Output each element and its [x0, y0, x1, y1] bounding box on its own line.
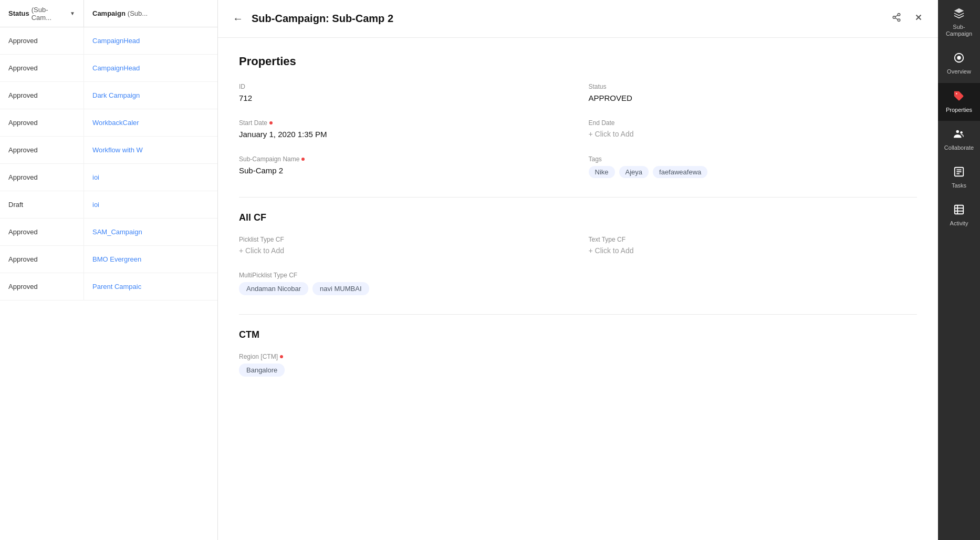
multipicklist-chips: Andaman Nicobarnavi MUMBAI [239, 282, 568, 295]
col-status-label: Status [8, 9, 29, 17]
allcf-section-title: All CF [239, 212, 917, 223]
prop-multipicklist-cf: MultiPicklist Type CF Andaman Nicobarnav… [239, 272, 568, 295]
cell-campaign[interactable]: ioi [84, 191, 217, 218]
cell-campaign[interactable]: Workflow with W [84, 137, 217, 163]
sidebar-item-properties[interactable]: Properties [938, 83, 980, 121]
cell-campaign[interactable]: SAM_Campaign [84, 219, 217, 245]
table-row[interactable]: Approved Parent Campaic [0, 273, 217, 300]
prop-end-date: End Date + Click to Add [589, 119, 918, 139]
cell-status: Approved [0, 164, 84, 191]
cell-status: Approved [0, 27, 84, 54]
table-row[interactable]: Draft ioi [0, 191, 217, 219]
svg-point-9 [957, 57, 961, 60]
cell-status: Approved [0, 137, 84, 163]
prop-status: Status APPROVED [589, 83, 918, 102]
properties-section-title: Properties [239, 55, 917, 68]
region-chip-item: Bangalore [239, 364, 285, 377]
sidebar-item-activity[interactable]: Activity [938, 196, 980, 234]
prop-picklist-cf-label: Picklist Type CF [239, 236, 568, 243]
table-row[interactable]: Approved CampaignHead [0, 55, 217, 82]
prop-start-date: Start Date January 1, 2020 1:35 PM [239, 119, 568, 139]
table-row[interactable]: Approved ioi [0, 164, 217, 191]
col-status-sub: (Sub-Cam... [32, 6, 67, 22]
sidebar-label-tasks: Tasks [952, 182, 966, 189]
cell-status: Approved [0, 246, 84, 273]
ctm-section-title: CTM [239, 329, 917, 340]
cell-status: Approved [0, 82, 84, 109]
required-dot-startdate [269, 121, 273, 124]
prop-end-date-value[interactable]: + Click to Add [589, 130, 918, 138]
panel-header: ← Sub-Campaign: Sub-Camp 2 [218, 0, 938, 38]
prop-id-label: ID [239, 83, 568, 90]
activity-icon [953, 204, 965, 217]
cell-campaign[interactable]: BMO Evergreen [84, 246, 217, 273]
tag-item: Ajeya [619, 166, 649, 178]
svg-point-1 [893, 16, 895, 19]
sidebar-label-overview: Overview [947, 68, 971, 75]
required-dot-scname [301, 158, 305, 161]
table-row[interactable]: Approved BMO Evergreen [0, 246, 217, 273]
close-button[interactable] [912, 11, 925, 27]
col-campaign-sub: (Sub... [128, 9, 148, 17]
cell-campaign[interactable]: WorkbackCaler [84, 109, 217, 136]
prop-text-cf-value[interactable]: + Click to Add [589, 246, 918, 255]
prop-picklist-cf-value[interactable]: + Click to Add [239, 246, 568, 255]
sidebar-label-properties: Properties [946, 107, 972, 113]
sidebar-item-collaborate[interactable]: Collaborate [938, 121, 980, 159]
col-header-campaign[interactable]: Campaign (Sub... [84, 0, 217, 27]
chip-item: navi MUMBAI [312, 282, 369, 295]
col-header-status[interactable]: Status (Sub-Cam... ▼ [0, 0, 84, 27]
cell-status: Draft [0, 191, 84, 218]
ctm-grid: Region [CTM] Bangalore [239, 353, 917, 377]
table-row[interactable]: Approved WorkbackCaler [0, 109, 217, 137]
table-row[interactable]: Approved SAM_Campaign [0, 219, 217, 246]
prop-start-date-value: January 1, 2020 1:35 PM [239, 130, 568, 139]
prop-status-label: Status [589, 83, 918, 90]
svg-point-11 [956, 130, 960, 133]
tag-item: Nike [589, 166, 615, 178]
back-button[interactable]: ← [231, 11, 245, 27]
prop-text-cf-label: Text Type CF [589, 236, 918, 243]
table-header: Status (Sub-Cam... ▼ Campaign (Sub... [0, 0, 217, 27]
svg-line-3 [895, 18, 898, 19]
cell-status: Approved [0, 55, 84, 81]
right-sidebar: Sub-Campaign Overview Properties [938, 0, 980, 540]
cell-campaign[interactable]: ioi [84, 164, 217, 191]
panel-content: Properties ID 712 Status APPROVED Start … [218, 38, 938, 412]
sidebar-label-activity: Activity [950, 220, 968, 227]
divider-allcf [239, 197, 917, 198]
divider-ctm [239, 314, 917, 315]
panel-title: Sub-Campaign: Sub-Camp 2 [252, 13, 890, 25]
tasks-icon [953, 166, 965, 179]
prop-start-date-label: Start Date [239, 119, 568, 127]
tags-row: NikeAjeyafaefaweafewa [589, 166, 918, 178]
prop-subcampaign-name: Sub-Campaign Name Sub-Camp 2 [239, 155, 568, 178]
cell-campaign[interactable]: CampaignHead [84, 27, 217, 54]
overview-icon [953, 52, 965, 65]
cell-status: Approved [0, 109, 84, 136]
header-actions [890, 11, 925, 27]
table-row[interactable]: Approved CampaignHead [0, 27, 217, 55]
sidebar-item-tasks[interactable]: Tasks [938, 159, 980, 196]
table-row[interactable]: Approved Dark Campaign [0, 82, 217, 109]
share-button[interactable] [890, 11, 903, 27]
cell-status: Approved [0, 219, 84, 245]
cell-campaign[interactable]: Parent Campaic [84, 273, 217, 300]
table-body: Approved CampaignHead Approved CampaignH… [0, 27, 217, 300]
prop-id-value: 712 [239, 94, 568, 102]
subcampaign-icon [953, 7, 965, 20]
sidebar-item-sub-campaign[interactable]: Sub-Campaign [938, 0, 980, 45]
tag-item: faefaweafewa [653, 166, 707, 178]
sidebar-label-collaborate: Collaborate [944, 144, 974, 151]
prop-end-date-label: End Date [589, 119, 918, 127]
prop-tags-label: Tags [589, 155, 918, 163]
sidebar-item-overview[interactable]: Overview [938, 45, 980, 82]
cell-campaign[interactable]: CampaignHead [84, 55, 217, 81]
prop-subcampaign-name-value: Sub-Camp 2 [239, 166, 568, 175]
required-dot-region [280, 355, 283, 358]
cell-campaign[interactable]: Dark Campaign [84, 82, 217, 109]
col-campaign-label: Campaign [92, 9, 126, 17]
table-row[interactable]: Approved Workflow with W [0, 137, 217, 164]
properties-icon [953, 90, 965, 103]
cell-status: Approved [0, 273, 84, 300]
